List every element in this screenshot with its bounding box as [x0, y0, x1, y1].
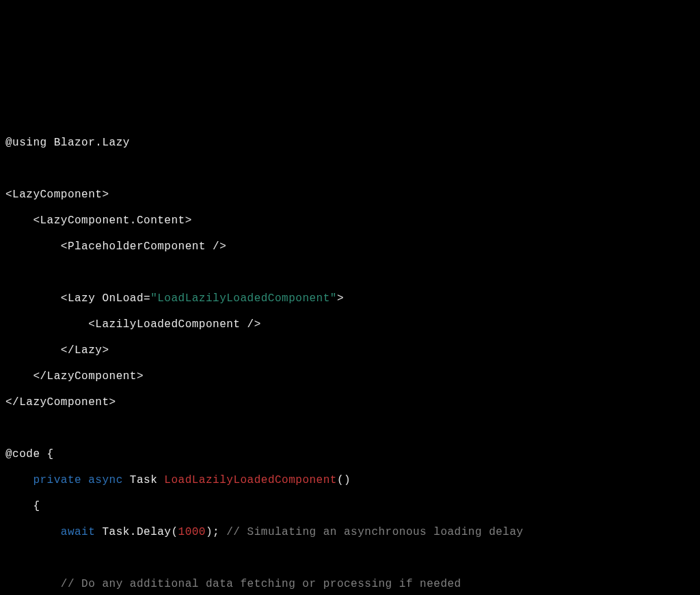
- code-indent: [5, 474, 33, 486]
- code-token: <Lazy OnLoad=: [5, 292, 150, 305]
- code-keyword: await: [61, 526, 96, 538]
- code-line: <LazyComponent.Content>: [5, 215, 192, 227]
- code-number: 1000: [178, 526, 206, 538]
- code-block: @using Blazor.Lazy <LazyComponent> <Lazy…: [0, 104, 700, 595]
- code-method: LoadLazilyLoadedComponent: [164, 474, 337, 486]
- code-line: <LazyComponent>: [5, 189, 109, 201]
- code-token: Task: [123, 474, 165, 486]
- code-comment: // Do any additional data fetching or pr…: [61, 578, 461, 590]
- code-token: (): [337, 474, 351, 486]
- code-keyword: async: [88, 474, 123, 486]
- code-keyword: private: [33, 474, 81, 486]
- code-token-string: "LoadLazilyLoadedComponent": [150, 292, 337, 305]
- code-token: >: [337, 292, 344, 305]
- code-line: </Lazy>: [5, 344, 109, 357]
- code-line: <LazilyLoadedComponent />: [5, 318, 261, 331]
- code-token: );: [206, 526, 226, 538]
- code-line: <PlaceholderComponent />: [5, 240, 226, 253]
- code-line: {: [5, 500, 40, 512]
- code-indent: [5, 578, 61, 590]
- code-indent: [5, 526, 61, 538]
- code-comment: // Simulating an asynchronous loading de…: [226, 526, 523, 538]
- code-token: Task.Delay(: [95, 526, 178, 538]
- code-line: </LazyComponent>: [5, 370, 144, 383]
- code-line: @using Blazor.Lazy: [5, 137, 130, 149]
- code-space: [81, 474, 88, 486]
- code-line: @code {: [5, 448, 54, 460]
- code-line: </LazyComponent>: [5, 396, 116, 409]
